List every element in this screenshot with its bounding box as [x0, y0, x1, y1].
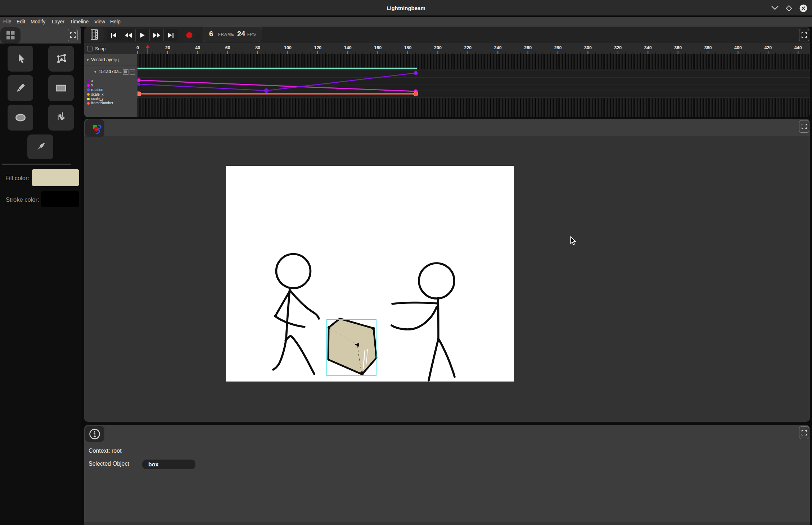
- svg-text:280: 280: [554, 45, 562, 50]
- svg-text:360: 360: [674, 45, 682, 50]
- svg-text:400: 400: [734, 45, 742, 50]
- svg-text:120: 120: [314, 45, 321, 50]
- svg-text:80: 80: [255, 45, 260, 50]
- svg-text:240: 240: [494, 45, 502, 50]
- svg-text:200: 200: [434, 45, 442, 50]
- svg-text:260: 260: [524, 45, 532, 50]
- svg-text:220: 220: [464, 45, 472, 50]
- svg-text:60: 60: [225, 45, 230, 50]
- svg-text:320: 320: [614, 45, 622, 50]
- svg-text:40: 40: [195, 45, 200, 50]
- svg-text:0: 0: [136, 45, 139, 50]
- svg-text:160: 160: [374, 45, 382, 50]
- svg-text:140: 140: [344, 45, 352, 50]
- svg-text:300: 300: [584, 45, 592, 50]
- svg-text:440: 440: [794, 45, 802, 50]
- svg-text:100: 100: [284, 45, 292, 50]
- svg-text:340: 340: [644, 45, 652, 50]
- svg-text:20: 20: [165, 45, 170, 50]
- svg-text:180: 180: [404, 45, 412, 50]
- svg-text:380: 380: [704, 45, 712, 50]
- svg-text:420: 420: [764, 45, 772, 50]
